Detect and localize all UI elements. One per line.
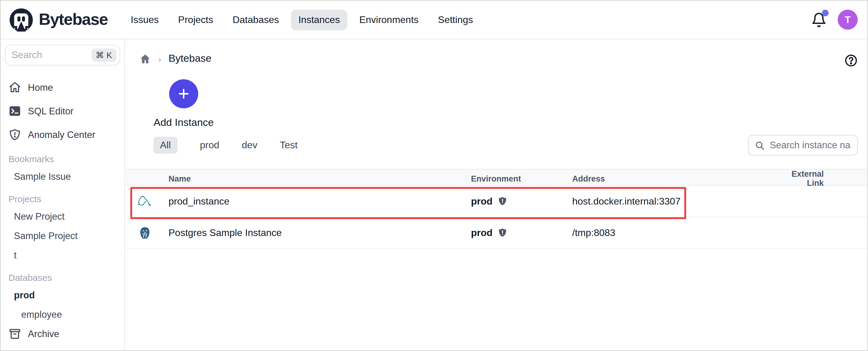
sidebar-item-sql-editor[interactable]: SQL Editor — [5, 99, 120, 123]
column-header-environment: Environment — [471, 174, 572, 183]
sidebar-item-employee[interactable]: employee — [5, 305, 120, 324]
sidebar-item-label: Archive — [28, 328, 59, 339]
tab-prod[interactable]: prod — [200, 137, 219, 154]
sidebar-item-label: Anomaly Center — [28, 129, 95, 140]
archive-icon — [8, 327, 21, 340]
instance-address: /tmp:8083 — [572, 227, 777, 238]
nav-item-environments[interactable]: Environments — [352, 9, 426, 30]
sidebar-item-new-project[interactable]: New Project — [5, 207, 120, 226]
help-button[interactable] — [844, 54, 858, 67]
app-title: Bytebase — [39, 10, 107, 29]
sidebar-item-archive[interactable]: Archive — [5, 322, 120, 346]
instance-name[interactable]: prod_instance — [164, 196, 471, 207]
chevron-right-icon: › — [158, 54, 161, 64]
column-header-name: Name — [164, 174, 471, 183]
breadcrumb-home-icon[interactable] — [140, 53, 151, 65]
protected-shield-icon — [497, 196, 507, 206]
tab-dev[interactable]: dev — [242, 137, 258, 154]
section-title: Databases — [5, 265, 120, 286]
user-avatar[interactable]: T — [838, 10, 858, 30]
column-header-address: Address — [572, 174, 777, 183]
nav-item-projects[interactable]: Projects — [171, 9, 221, 30]
sidebar: ⌘ K Home SQL Editor — [1, 39, 125, 350]
bytebase-logo-icon — [9, 7, 33, 32]
add-instance-button[interactable]: Add Instance — [155, 79, 213, 129]
table-header-row: Name Environment Address External Link — [125, 169, 867, 186]
main-content: › Bytebase Add Instance All prod dev — [125, 39, 867, 350]
top-navigation-bar: Bytebase Issues Projects Databases Insta… — [1, 1, 867, 39]
notification-dot — [822, 9, 829, 16]
nav-item-databases[interactable]: Databases — [225, 9, 286, 30]
anomaly-center-icon — [8, 128, 21, 141]
sidebar-search-input[interactable] — [11, 49, 92, 61]
sidebar-item-home[interactable]: Home — [5, 76, 120, 99]
mysql-icon — [125, 195, 164, 208]
nav-item-instances[interactable]: Instances — [291, 9, 347, 30]
sidebar-section-bookmarks: Bookmarks Sample Issue — [5, 146, 120, 186]
bytebase-logo[interactable]: Bytebase — [9, 7, 107, 32]
bell-icon — [811, 19, 827, 29]
sidebar-item-prod[interactable]: prod — [5, 286, 120, 305]
environment-value: prod — [471, 227, 493, 238]
home-icon — [8, 81, 21, 94]
postgres-icon — [125, 226, 164, 239]
search-icon — [755, 140, 765, 150]
sidebar-item-t[interactable]: t — [5, 246, 120, 265]
tab-all[interactable]: All — [153, 137, 178, 154]
sidebar-item-anomaly-center[interactable]: Anomaly Center — [5, 123, 120, 146]
section-title: Bookmarks — [5, 146, 120, 167]
main-nav: Issues Projects Databases Instances Envi… — [123, 9, 480, 30]
search-shortcut-badge: ⌘ K — [92, 48, 116, 62]
protected-shield-icon — [497, 227, 507, 238]
instance-address: host.docker.internal:3307 — [572, 196, 777, 207]
tab-test[interactable]: Test — [280, 137, 298, 154]
sidebar-section-databases: Databases prod employee — [5, 265, 120, 324]
breadcrumb: › Bytebase — [125, 39, 867, 65]
plus-icon — [169, 79, 198, 108]
nav-item-issues[interactable]: Issues — [123, 9, 166, 30]
add-instance-label: Add Instance — [154, 117, 214, 129]
sidebar-search[interactable]: ⌘ K — [5, 45, 120, 65]
instances-table: Name Environment Address External Link p… — [125, 169, 867, 249]
sidebar-item-label: Home — [28, 82, 53, 93]
sql-editor-icon — [8, 105, 21, 117]
instance-search-box[interactable] — [748, 135, 858, 155]
sidebar-section-projects: Projects New Project Sample Project t — [5, 186, 120, 265]
instance-search-input[interactable] — [770, 140, 851, 151]
breadcrumb-current[interactable]: Bytebase — [168, 52, 212, 65]
column-header-external-link: External Link — [777, 170, 867, 187]
environment-filter-tabs: All prod dev Test — [153, 137, 298, 154]
bytebase-app-window: Bytebase Issues Projects Databases Insta… — [0, 0, 868, 351]
sidebar-item-sample-issue[interactable]: Sample Issue — [5, 167, 120, 186]
table-row-postgres-sample-instance[interactable]: Postgres Sample Instance prod /tmp:8083 — [125, 217, 867, 249]
nav-item-settings[interactable]: Settings — [431, 9, 480, 30]
notifications-button[interactable] — [811, 12, 827, 28]
environment-value: prod — [471, 196, 493, 207]
sidebar-item-label: SQL Editor — [28, 106, 74, 116]
instance-name[interactable]: Postgres Sample Instance — [164, 227, 471, 238]
sidebar-item-sample-project[interactable]: Sample Project — [5, 226, 120, 246]
table-row-prod-instance[interactable]: prod_instance prod host.docker.internal:… — [125, 186, 867, 217]
section-title: Projects — [5, 186, 120, 207]
